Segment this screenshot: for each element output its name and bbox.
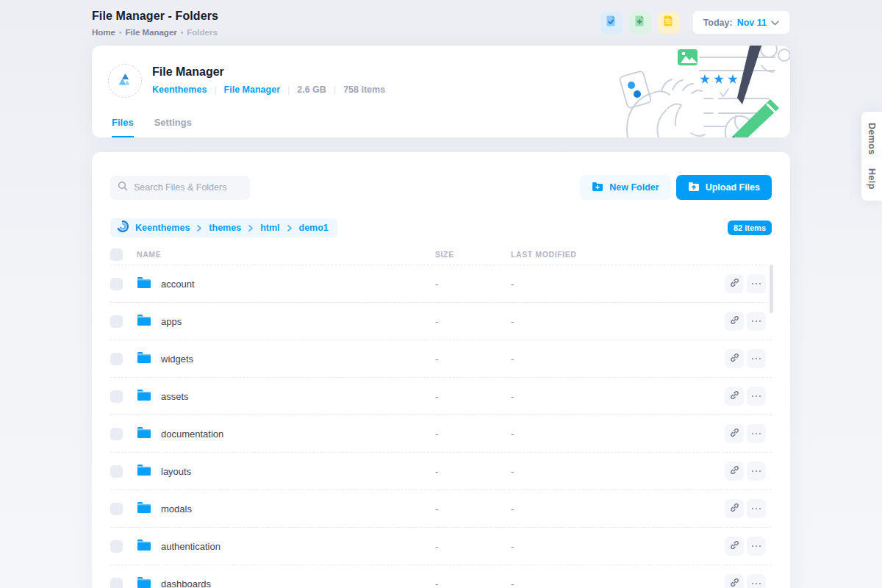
folder-name-link[interactable]: widgets (161, 354, 193, 365)
size-value: - (435, 541, 511, 552)
modified-value: - (511, 429, 724, 440)
quick-action-file-lines-button[interactable] (658, 12, 680, 34)
copy-link-button[interactable] (725, 349, 744, 368)
photo-icon (678, 49, 698, 65)
owner-link[interactable]: Keenthemes (152, 85, 207, 95)
path-crumb-html[interactable]: html (260, 223, 279, 233)
table-row: widgets - - (110, 340, 772, 378)
chevron-right-icon (248, 221, 254, 234)
row-checkbox[interactable] (110, 540, 123, 553)
copy-link-button[interactable] (725, 574, 744, 588)
folder-icon (137, 276, 151, 292)
row-checkbox[interactable] (110, 278, 123, 290)
app-info: File Manager Keenthemes | File Manager |… (152, 65, 385, 95)
row-checkbox[interactable] (110, 503, 123, 515)
app-meta: Keenthemes | File Manager | 2.6 GB | 758… (152, 85, 385, 95)
folder-icon (137, 426, 151, 442)
modified-value: - (511, 279, 724, 290)
more-actions-button[interactable] (747, 424, 766, 443)
copy-link-button[interactable] (725, 424, 744, 443)
folder-name-link[interactable]: apps (161, 316, 182, 327)
path-crumb-keenthemes[interactable]: Keenthemes (135, 223, 190, 233)
upload-files-label: Upload Files (706, 182, 760, 193)
more-actions-button[interactable] (747, 462, 766, 481)
path-crumb-themes[interactable]: themes (209, 223, 241, 233)
breadcrumb-home[interactable]: Home (92, 28, 115, 37)
link-icon (730, 502, 739, 515)
link-icon (730, 315, 739, 328)
date-picker-button[interactable]: Today: Nov 11 (692, 10, 790, 35)
folder-icon (137, 389, 151, 404)
quick-action-file-plus-button[interactable] (629, 12, 651, 34)
page-title: File Manager - Folders (92, 7, 218, 23)
table-scrollbar[interactable] (770, 265, 773, 313)
table-row: assets - - (110, 378, 772, 415)
folder-name-link[interactable]: account (161, 279, 195, 290)
help-tab[interactable]: Help (861, 157, 882, 201)
folder-name-link[interactable]: dashboards (161, 578, 211, 588)
new-folder-label: New Folder (609, 182, 659, 193)
table-row: authentication - - (110, 528, 772, 565)
row-checkbox[interactable] (110, 353, 123, 365)
link-icon (730, 465, 739, 478)
row-checkbox[interactable] (110, 465, 123, 478)
page-header-left: File Manager - Folders Home • File Manag… (92, 7, 218, 37)
more-actions-button[interactable] (747, 387, 766, 406)
upload-files-button[interactable]: Upload Files (676, 175, 772, 200)
folder-icon (137, 539, 151, 554)
breadcrumb-file-manager[interactable]: File Manager (125, 28, 176, 37)
folder-upload-icon (688, 182, 700, 194)
copy-link-button[interactable] (725, 537, 744, 556)
modified-value: - (511, 541, 724, 552)
quick-action-file-check-button[interactable] (600, 12, 623, 34)
search-box[interactable] (110, 176, 250, 200)
column-header-name: NAME (137, 250, 435, 259)
copy-link-button[interactable] (725, 462, 744, 481)
row-checkbox[interactable] (110, 578, 123, 588)
modified-value: - (511, 391, 724, 402)
ellipsis-icon (752, 358, 761, 360)
folder-name-link[interactable]: modals (161, 503, 192, 514)
breadcrumb-separator: • (181, 29, 184, 37)
tab-files[interactable]: Files (112, 117, 134, 137)
copy-link-button[interactable] (725, 499, 744, 518)
more-actions-button[interactable] (747, 574, 766, 588)
search-input[interactable] (134, 182, 243, 193)
select-all-checkbox[interactable] (110, 248, 123, 261)
folder-icon (137, 351, 151, 367)
file-toolbar: New Folder Upload Files (110, 175, 772, 200)
items-count-badge: 82 items (728, 220, 772, 235)
chevron-right-icon (196, 221, 202, 234)
more-actions-button[interactable] (747, 349, 766, 368)
more-actions-button[interactable] (747, 312, 766, 331)
spiral-icon (117, 220, 129, 235)
link-icon (730, 539, 739, 553)
storage-size: 2.6 GB (297, 85, 326, 95)
copy-link-button[interactable] (725, 387, 744, 406)
folder-path: Keenthemes themes html demo1 (110, 218, 337, 237)
path-crumb-demo1[interactable]: demo1 (299, 223, 329, 233)
row-checkbox[interactable] (110, 390, 123, 403)
row-checkbox[interactable] (110, 428, 123, 440)
folder-name-link[interactable]: layouts (161, 466, 191, 477)
folder-icon (137, 501, 151, 517)
more-actions-button[interactable] (747, 274, 766, 293)
folder-name-link[interactable]: assets (161, 391, 189, 402)
meta-divider: | (214, 85, 216, 95)
folder-icon (137, 464, 151, 479)
column-header-modified: LAST MODIFIED (511, 250, 724, 259)
folder-name-link[interactable]: authentication (161, 541, 220, 552)
tab-settings[interactable]: Settings (154, 117, 192, 137)
more-actions-button[interactable] (747, 537, 766, 556)
row-checkbox[interactable] (110, 315, 123, 328)
copy-link-button[interactable] (725, 312, 744, 331)
new-folder-button[interactable]: New Folder (580, 175, 670, 200)
table-body: account - - apps - - (110, 265, 772, 588)
chevron-down-icon (771, 18, 779, 28)
category-link[interactable]: File Manager (224, 85, 280, 95)
copy-link-button[interactable] (725, 274, 744, 293)
more-actions-button[interactable] (747, 499, 766, 518)
folder-name-link[interactable]: documentation (161, 429, 223, 440)
topbar-actions: Today: Nov 11 (600, 7, 790, 35)
table-row: dashboards - - (110, 565, 772, 588)
